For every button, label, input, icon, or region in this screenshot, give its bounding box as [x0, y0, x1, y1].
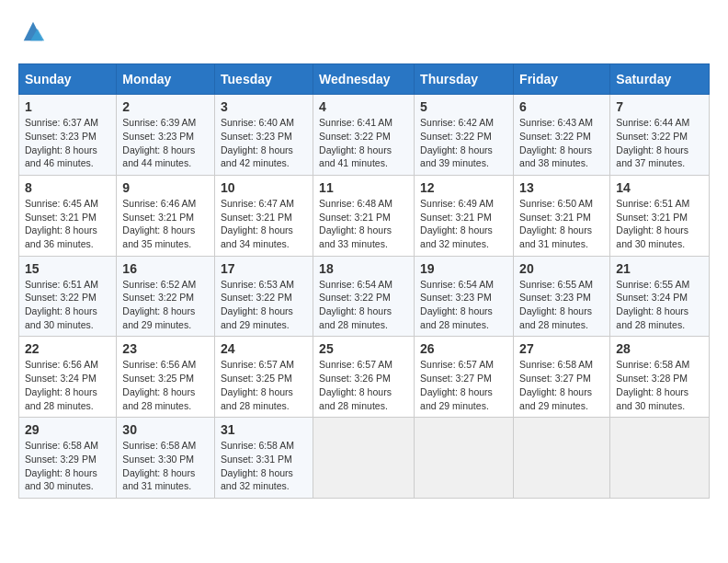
day-number: 16 — [122, 261, 209, 276]
day-info: Sunrise: 6:53 AM Sunset: 3:22 PM Dayligh… — [221, 278, 307, 332]
calendar-cell: 28 Sunrise: 6:58 AM Sunset: 3:28 PM Dayl… — [610, 337, 710, 418]
calendar-cell — [415, 418, 514, 499]
calendar-cell: 26 Sunrise: 6:57 AM Sunset: 3:27 PM Dayl… — [415, 337, 514, 418]
day-number: 5 — [420, 99, 507, 114]
day-number: 22 — [25, 341, 110, 356]
day-info: Sunrise: 6:49 AM Sunset: 3:21 PM Dayligh… — [420, 197, 507, 251]
col-header-saturday: Saturday — [610, 64, 710, 95]
day-info: Sunrise: 6:40 AM Sunset: 3:23 PM Dayligh… — [221, 116, 307, 170]
day-info: Sunrise: 6:47 AM Sunset: 3:21 PM Dayligh… — [221, 197, 307, 251]
day-info: Sunrise: 6:46 AM Sunset: 3:21 PM Dayligh… — [122, 197, 209, 251]
day-number: 12 — [420, 180, 507, 195]
calendar-cell: 1 Sunrise: 6:37 AM Sunset: 3:23 PM Dayli… — [19, 95, 117, 176]
logo — [18, 18, 46, 49]
day-number: 1 — [25, 99, 110, 114]
col-header-sunday: Sunday — [19, 64, 117, 95]
day-info: Sunrise: 6:41 AM Sunset: 3:22 PM Dayligh… — [319, 116, 408, 170]
day-number: 27 — [519, 341, 604, 356]
calendar-cell: 3 Sunrise: 6:40 AM Sunset: 3:23 PM Dayli… — [215, 95, 313, 176]
calendar-cell: 17 Sunrise: 6:53 AM Sunset: 3:22 PM Dayl… — [215, 256, 313, 337]
day-number: 20 — [519, 261, 604, 276]
calendar-cell: 16 Sunrise: 6:52 AM Sunset: 3:22 PM Dayl… — [117, 256, 215, 337]
day-info: Sunrise: 6:57 AM Sunset: 3:26 PM Dayligh… — [319, 358, 408, 412]
calendar-cell — [610, 418, 710, 499]
calendar-cell: 14 Sunrise: 6:51 AM Sunset: 3:21 PM Dayl… — [610, 175, 710, 256]
day-number: 8 — [25, 180, 110, 195]
calendar-cell: 15 Sunrise: 6:51 AM Sunset: 3:22 PM Dayl… — [19, 256, 117, 337]
calendar-cell: 24 Sunrise: 6:57 AM Sunset: 3:25 PM Dayl… — [215, 337, 313, 418]
day-number: 9 — [122, 180, 209, 195]
day-number: 25 — [319, 341, 408, 356]
day-info: Sunrise: 6:51 AM Sunset: 3:21 PM Dayligh… — [616, 197, 703, 251]
day-number: 3 — [221, 99, 307, 114]
day-info: Sunrise: 6:48 AM Sunset: 3:21 PM Dayligh… — [319, 197, 408, 251]
day-info: Sunrise: 6:57 AM Sunset: 3:25 PM Dayligh… — [221, 358, 307, 412]
calendar-cell: 4 Sunrise: 6:41 AM Sunset: 3:22 PM Dayli… — [313, 95, 415, 176]
day-info: Sunrise: 6:57 AM Sunset: 3:27 PM Dayligh… — [420, 358, 507, 412]
day-number: 24 — [221, 341, 307, 356]
day-number: 4 — [319, 99, 408, 114]
calendar-cell: 12 Sunrise: 6:49 AM Sunset: 3:21 PM Dayl… — [415, 175, 514, 256]
logo-icon — [20, 18, 46, 44]
calendar-cell: 27 Sunrise: 6:58 AM Sunset: 3:27 PM Dayl… — [514, 337, 610, 418]
day-number: 26 — [420, 341, 507, 356]
calendar-cell: 2 Sunrise: 6:39 AM Sunset: 3:23 PM Dayli… — [117, 95, 215, 176]
day-info: Sunrise: 6:45 AM Sunset: 3:21 PM Dayligh… — [25, 197, 110, 251]
day-number: 10 — [221, 180, 307, 195]
calendar-cell — [514, 418, 610, 499]
calendar-header-row: SundayMondayTuesdayWednesdayThursdayFrid… — [19, 64, 710, 95]
day-info: Sunrise: 6:58 AM Sunset: 3:27 PM Dayligh… — [519, 358, 604, 412]
calendar-week-row: 15 Sunrise: 6:51 AM Sunset: 3:22 PM Dayl… — [19, 256, 710, 337]
calendar-week-row: 8 Sunrise: 6:45 AM Sunset: 3:21 PM Dayli… — [19, 175, 710, 256]
calendar-cell — [313, 418, 415, 499]
day-info: Sunrise: 6:58 AM Sunset: 3:31 PM Dayligh… — [221, 439, 307, 493]
calendar-cell: 31 Sunrise: 6:58 AM Sunset: 3:31 PM Dayl… — [215, 418, 313, 499]
calendar-cell: 13 Sunrise: 6:50 AM Sunset: 3:21 PM Dayl… — [514, 175, 610, 256]
calendar-cell: 25 Sunrise: 6:57 AM Sunset: 3:26 PM Dayl… — [313, 337, 415, 418]
day-info: Sunrise: 6:43 AM Sunset: 3:22 PM Dayligh… — [519, 116, 604, 170]
calendar-cell: 8 Sunrise: 6:45 AM Sunset: 3:21 PM Dayli… — [19, 175, 117, 256]
day-number: 30 — [122, 422, 209, 437]
day-number: 21 — [616, 261, 703, 276]
day-number: 23 — [122, 341, 209, 356]
day-info: Sunrise: 6:56 AM Sunset: 3:25 PM Dayligh… — [122, 358, 209, 412]
day-number: 2 — [122, 99, 209, 114]
col-header-wednesday: Wednesday — [313, 64, 415, 95]
day-number: 6 — [519, 99, 604, 114]
day-info: Sunrise: 6:56 AM Sunset: 3:24 PM Dayligh… — [25, 358, 110, 412]
col-header-friday: Friday — [514, 64, 610, 95]
col-header-monday: Monday — [117, 64, 215, 95]
calendar-cell: 11 Sunrise: 6:48 AM Sunset: 3:21 PM Dayl… — [313, 175, 415, 256]
day-info: Sunrise: 6:42 AM Sunset: 3:22 PM Dayligh… — [420, 116, 507, 170]
day-info: Sunrise: 6:50 AM Sunset: 3:21 PM Dayligh… — [519, 197, 604, 251]
day-number: 31 — [221, 422, 307, 437]
day-info: Sunrise: 6:51 AM Sunset: 3:22 PM Dayligh… — [25, 278, 110, 332]
calendar-cell: 20 Sunrise: 6:55 AM Sunset: 3:23 PM Dayl… — [514, 256, 610, 337]
day-number: 18 — [319, 261, 408, 276]
day-number: 11 — [319, 180, 408, 195]
day-number: 15 — [25, 261, 110, 276]
calendar-cell: 10 Sunrise: 6:47 AM Sunset: 3:21 PM Dayl… — [215, 175, 313, 256]
calendar-cell: 9 Sunrise: 6:46 AM Sunset: 3:21 PM Dayli… — [117, 175, 215, 256]
day-info: Sunrise: 6:52 AM Sunset: 3:22 PM Dayligh… — [122, 278, 209, 332]
day-info: Sunrise: 6:58 AM Sunset: 3:29 PM Dayligh… — [25, 439, 110, 493]
calendar-week-row: 22 Sunrise: 6:56 AM Sunset: 3:24 PM Dayl… — [19, 337, 710, 418]
calendar-cell: 21 Sunrise: 6:55 AM Sunset: 3:24 PM Dayl… — [610, 256, 710, 337]
day-info: Sunrise: 6:39 AM Sunset: 3:23 PM Dayligh… — [122, 116, 209, 170]
day-number: 28 — [616, 341, 703, 356]
day-number: 13 — [519, 180, 604, 195]
day-number: 29 — [25, 422, 110, 437]
calendar-cell: 18 Sunrise: 6:54 AM Sunset: 3:22 PM Dayl… — [313, 256, 415, 337]
day-number: 7 — [616, 99, 703, 114]
calendar-table: SundayMondayTuesdayWednesdayThursdayFrid… — [18, 63, 710, 499]
calendar-cell: 22 Sunrise: 6:56 AM Sunset: 3:24 PM Dayl… — [19, 337, 117, 418]
calendar-cell: 5 Sunrise: 6:42 AM Sunset: 3:22 PM Dayli… — [415, 95, 514, 176]
day-info: Sunrise: 6:55 AM Sunset: 3:23 PM Dayligh… — [519, 278, 604, 332]
calendar-week-row: 1 Sunrise: 6:37 AM Sunset: 3:23 PM Dayli… — [19, 95, 710, 176]
day-info: Sunrise: 6:58 AM Sunset: 3:28 PM Dayligh… — [616, 358, 703, 412]
logo-text — [18, 18, 46, 49]
day-info: Sunrise: 6:54 AM Sunset: 3:23 PM Dayligh… — [420, 278, 507, 332]
day-info: Sunrise: 6:54 AM Sunset: 3:22 PM Dayligh… — [319, 278, 408, 332]
col-header-thursday: Thursday — [415, 64, 514, 95]
calendar-cell: 6 Sunrise: 6:43 AM Sunset: 3:22 PM Dayli… — [514, 95, 610, 176]
